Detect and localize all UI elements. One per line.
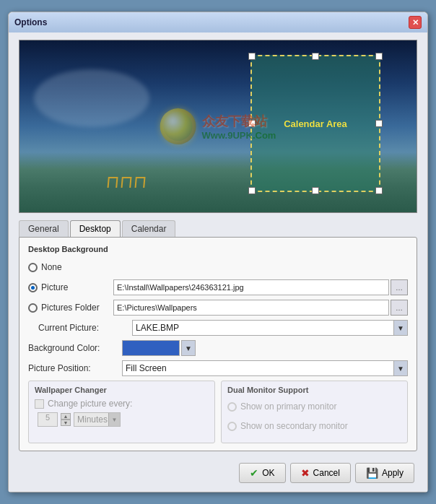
resize-handle-tr[interactable] xyxy=(375,53,383,60)
resize-handle-bm[interactable] xyxy=(312,187,319,194)
calendar-area-box[interactable]: Calendar Area xyxy=(250,55,380,192)
none-label: None xyxy=(41,262,113,272)
picture-position-arrow[interactable]: ▼ xyxy=(393,360,408,376)
secondary-monitor-row: Show on secondary monitor xyxy=(227,418,401,434)
options-window: Options ✕ Calendar Area ⊓⊓⊓ xyxy=(8,12,428,492)
change-picture-row: Change picture every: xyxy=(35,399,209,409)
tab-desktop[interactable]: Desktop xyxy=(70,220,121,237)
tab-general[interactable]: General xyxy=(19,220,69,237)
interval-row: 5 ▲ ▼ Minutes ▼ xyxy=(38,412,209,427)
cancel-icon: ✖ xyxy=(301,467,310,479)
primary-monitor-label: Show on primary monitor xyxy=(240,401,336,412)
close-button[interactable]: ✕ xyxy=(409,16,422,29)
resize-handle-ml[interactable] xyxy=(248,120,256,127)
section-title: Desktop Background xyxy=(28,245,408,253)
current-picture-row: Current Picture: LAKE.BMP ▼ xyxy=(28,320,408,336)
picture-position-row: Picture Position: Fill Screen ▼ xyxy=(28,360,408,376)
picture-radio[interactable] xyxy=(28,283,38,292)
none-row: None xyxy=(28,259,408,275)
pictures-folder-input[interactable] xyxy=(113,300,389,316)
minutes-arrow[interactable]: ▼ xyxy=(108,413,120,426)
spinner-up[interactable]: ▲ xyxy=(61,413,71,420)
wallpaper-changer-title: Wallpaper Changer xyxy=(35,386,209,394)
interval-input[interactable]: 5 xyxy=(38,412,58,427)
pictures-folder-label: Pictures Folder xyxy=(41,303,113,313)
two-col-section: Wallpaper Changer Change picture every: … xyxy=(28,381,408,443)
ok-label: OK xyxy=(262,468,274,478)
button-bar: ✔ OK ✖ Cancel 💾 Apply xyxy=(19,459,417,485)
title-bar: Options ✕ xyxy=(9,12,427,32)
secondary-monitor-radio[interactable] xyxy=(227,422,237,431)
apply-button[interactable]: 💾 Apply xyxy=(355,463,414,483)
picture-position-value: Fill Screen xyxy=(126,363,167,373)
preview-area: Calendar Area ⊓⊓⊓ 众友下载站 Www.9UPK.Com xyxy=(19,40,417,213)
ok-button[interactable]: ✔ OK xyxy=(239,463,285,483)
current-picture-dropdown[interactable]: LAKE.BMP xyxy=(132,320,408,336)
pictures-folder-row: Pictures Folder … xyxy=(28,300,408,316)
spinner-btns: ▲ ▼ xyxy=(61,413,71,426)
bg-color-arrow[interactable]: ▼ xyxy=(181,340,196,356)
cancel-label: Cancel xyxy=(313,468,340,478)
apply-label: Apply xyxy=(382,468,404,478)
primary-monitor-row: Show on primary monitor xyxy=(227,399,401,414)
bg-color-label: Background Color: xyxy=(28,343,122,353)
folder-browse-btn[interactable]: … xyxy=(391,300,408,316)
picture-path-input[interactable] xyxy=(113,279,389,295)
tab-calendar[interactable]: Calendar xyxy=(122,220,176,237)
picture-radio-group[interactable]: Picture xyxy=(28,282,113,292)
pictures-folder-radio-group[interactable]: Pictures Folder xyxy=(28,303,113,313)
resize-handle-mr[interactable] xyxy=(375,120,383,127)
minutes-dropdown[interactable]: Minutes ▼ xyxy=(74,412,121,427)
picture-position-label: Picture Position: xyxy=(28,363,122,373)
bg-color-row: Background Color: ▼ xyxy=(28,340,408,356)
minutes-value: Minutes xyxy=(77,414,108,425)
spinner-down[interactable]: ▼ xyxy=(61,420,71,426)
pictures-folder-radio[interactable] xyxy=(28,303,38,313)
current-picture-label: Current Picture: xyxy=(38,323,132,333)
decorative-towers: ⊓⊓⊓ xyxy=(105,173,148,191)
none-radio-group[interactable]: None xyxy=(28,262,113,272)
ok-icon: ✔ xyxy=(250,467,258,479)
change-picture-checkbox[interactable] xyxy=(35,399,44,409)
dual-monitor-title: Dual Monitor Support xyxy=(227,386,401,394)
cancel-button[interactable]: ✖ Cancel xyxy=(290,463,351,483)
bg-color-swatch[interactable] xyxy=(122,340,180,356)
window-body: Calendar Area ⊓⊓⊓ 众友下载站 Www.9UPK.Com Gen… xyxy=(9,32,427,492)
secondary-monitor-label: Show on secondary monitor xyxy=(240,421,348,431)
window-title: Options xyxy=(14,17,47,27)
picture-browse-btn[interactable]: … xyxy=(391,279,408,295)
picture-label: Picture xyxy=(41,282,113,292)
resize-handle-br[interactable] xyxy=(375,187,383,194)
picture-row: Picture … xyxy=(28,279,408,295)
cloud-decoration xyxy=(34,69,149,127)
none-radio[interactable] xyxy=(28,263,38,272)
current-picture-arrow[interactable]: ▼ xyxy=(393,320,408,336)
calendar-area-label: Calendar Area xyxy=(284,118,347,129)
current-picture-value: LAKE.BMP xyxy=(136,323,179,333)
primary-monitor-radio[interactable] xyxy=(227,402,237,412)
resize-handle-bl[interactable] xyxy=(248,187,256,194)
resize-handle-tm[interactable] xyxy=(312,53,319,60)
resize-handle-tl[interactable] xyxy=(248,53,256,60)
change-picture-label: Change picture every: xyxy=(48,399,132,409)
tabs-row: General Desktop Calendar xyxy=(19,220,417,237)
watermark-globe xyxy=(160,108,196,144)
picture-position-dropdown[interactable]: Fill Screen xyxy=(122,360,408,376)
content-panel: Desktop Background None Picture … xyxy=(19,237,417,451)
apply-icon: 💾 xyxy=(366,467,378,479)
picture-position-dropdown-wrap: Fill Screen ▼ xyxy=(122,360,408,376)
dual-monitor-panel: Dual Monitor Support Show on primary mon… xyxy=(221,381,408,443)
wallpaper-changer-panel: Wallpaper Changer Change picture every: … xyxy=(28,381,215,443)
current-picture-dropdown-wrap: LAKE.BMP ▼ xyxy=(132,320,408,336)
